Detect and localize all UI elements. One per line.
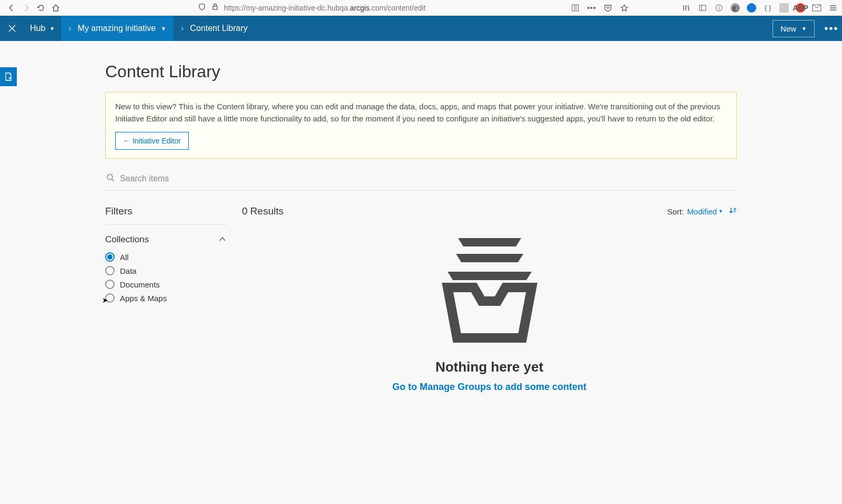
filters-title: Filters: [105, 205, 226, 225]
notice-banner: New to this view? This is the Content li…: [105, 92, 737, 159]
ext-icon-2[interactable]: [747, 3, 756, 13]
menu-dots-icon[interactable]: •••: [587, 3, 596, 13]
crumb-initiative-label: My amazing initiative: [78, 24, 156, 33]
hub-label: Hub: [30, 24, 45, 33]
browser-right-icons: •••: [571, 3, 629, 13]
svg-point-18: [107, 174, 113, 180]
crumb-library-label: Content Library: [190, 24, 247, 33]
info-icon[interactable]: i: [714, 3, 724, 13]
radio-label: Documents: [120, 280, 160, 289]
caret-down-icon: ▼: [49, 26, 55, 32]
radio-documents[interactable]: Documents: [105, 280, 226, 289]
empty-inbox-icon: [432, 233, 547, 348]
hamburger-icon[interactable]: [828, 3, 838, 13]
abp-icon[interactable]: ABP: [796, 3, 805, 13]
url-text: https://my-amazing-initiative-dc.hubqa.a…: [224, 4, 426, 12]
radio-label: All: [120, 253, 129, 262]
app-header: Hub ▼ › My amazing initiative ▼ › Conten…: [0, 16, 842, 41]
new-button-label: New: [780, 24, 796, 33]
notice-text: New to this view? This is the Content li…: [115, 101, 727, 125]
svg-marker-21: [456, 254, 523, 262]
shield-icon: [198, 3, 206, 13]
reload-button[interactable]: [34, 1, 48, 15]
filters-panel: Filters Collections All Data Docum: [105, 205, 226, 393]
radio-data[interactable]: Data: [105, 266, 226, 275]
reader-icon[interactable]: [571, 3, 580, 13]
svg-marker-22: [448, 272, 532, 280]
ext-icon-1[interactable]: ◐: [731, 3, 740, 13]
star-icon[interactable]: [620, 3, 629, 13]
radio-all[interactable]: All: [105, 252, 226, 262]
main-content: Content Library New to this view? This i…: [105, 41, 737, 393]
empty-title: Nothing here yet: [435, 359, 543, 375]
svg-rect-0: [213, 6, 217, 9]
sidebar-icon[interactable]: [698, 3, 707, 13]
sort-label: Sort:: [667, 207, 684, 216]
side-panel-tab[interactable]: [0, 67, 17, 86]
extension-icons: i ◐ { } ABP: [682, 3, 838, 13]
browser-toolbar: https://my-amazing-initiative-dc.hubqa.a…: [0, 0, 842, 16]
search-row: [105, 168, 737, 191]
sort-value-label: Modified: [687, 207, 717, 216]
caret-down-icon: ▼: [802, 26, 807, 32]
svg-line-7: [688, 5, 689, 11]
library-icon[interactable]: [682, 3, 691, 13]
close-button[interactable]: [0, 16, 24, 41]
mail-icon[interactable]: [812, 3, 821, 13]
radio-icon: [105, 252, 115, 262]
home-button[interactable]: [48, 1, 63, 15]
chevron-up-icon: [219, 235, 226, 244]
empty-state: Nothing here yet Go to Manage Groups to …: [242, 233, 737, 393]
more-menu-button[interactable]: •••: [821, 23, 842, 35]
sort-dropdown[interactable]: Modified ▼: [687, 207, 723, 216]
results-header: 0 Results Sort: Modified ▼: [242, 205, 737, 217]
svg-marker-20: [458, 238, 521, 246]
radio-icon: [105, 280, 115, 289]
sort-control: Sort: Modified ▼: [667, 207, 737, 217]
sort-direction-button[interactable]: [728, 207, 737, 217]
radio-icon: [105, 293, 115, 303]
initiative-editor-button[interactable]: ← Initiative Editor: [115, 132, 189, 150]
caret-down-icon: ▼: [161, 26, 166, 32]
back-button[interactable]: [4, 1, 19, 15]
new-button[interactable]: New ▼: [773, 20, 815, 37]
svg-text:i: i: [718, 5, 719, 11]
caret-down-icon: ▼: [718, 209, 723, 214]
chevron-right-icon: ›: [181, 24, 184, 33]
forward-button[interactable]: [19, 1, 34, 15]
collections-header[interactable]: Collections: [105, 234, 226, 245]
svg-line-19: [112, 179, 114, 181]
lock-icon: [211, 3, 219, 12]
page-title: Content Library: [105, 62, 737, 81]
radio-label: Data: [120, 266, 137, 275]
search-input[interactable]: [120, 174, 737, 183]
braces-icon[interactable]: { }: [763, 3, 773, 13]
ext-icon-3[interactable]: [779, 3, 789, 13]
radio-apps-maps[interactable]: Apps & Maps: [105, 293, 226, 303]
initiative-editor-label: ← Initiative Editor: [123, 137, 181, 145]
chevron-right-icon: ›: [68, 24, 71, 33]
radio-icon: [105, 266, 115, 275]
radio-label: Apps & Maps: [120, 294, 167, 303]
results-count: 0 Results: [242, 205, 283, 217]
pocket-icon[interactable]: [603, 3, 613, 13]
breadcrumb-initiative[interactable]: › My amazing initiative ▼: [61, 16, 174, 41]
collections-radio-list: All Data Documents Apps & Maps: [105, 252, 226, 303]
results-panel: 0 Results Sort: Modified ▼: [242, 205, 737, 393]
manage-groups-link[interactable]: Go to Manage Groups to add some content: [392, 382, 586, 393]
url-bar[interactable]: https://my-amazing-initiative-dc.hubqa.a…: [198, 3, 426, 13]
hub-dropdown[interactable]: Hub ▼: [24, 24, 61, 33]
svg-rect-8: [699, 5, 706, 11]
search-icon: [106, 173, 115, 184]
breadcrumb-content-library[interactable]: › Content Library: [174, 16, 255, 41]
collections-label: Collections: [105, 234, 149, 245]
